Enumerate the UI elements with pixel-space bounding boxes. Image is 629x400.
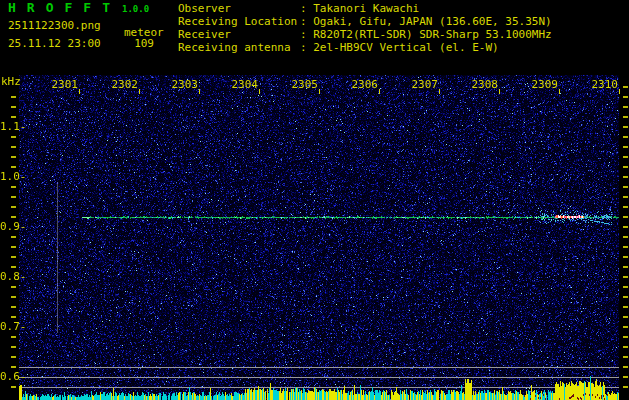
y-axis-right-tick: [623, 106, 628, 108]
x-axis-tick: [199, 89, 200, 94]
x-axis-tick: [319, 89, 320, 94]
y-axis-minor-tick: [11, 166, 16, 168]
observation-datetime: 25.11.12 23:00: [8, 37, 101, 50]
x-axis-tick-label: 2303: [154, 78, 198, 91]
y-axis-right-tick: [623, 336, 628, 338]
y-axis-right-tick: [623, 296, 628, 298]
y-axis-right-tick: [623, 226, 628, 228]
y-axis-right-tick: [623, 316, 628, 318]
y-axis-minor-tick: [11, 316, 16, 318]
y-axis-minor-tick: [11, 366, 16, 368]
y-axis-right-tick: [623, 216, 628, 218]
y-axis-right-tick: [623, 306, 628, 308]
y-axis-right-tick: [623, 246, 628, 248]
x-axis-tick-label: 2308: [454, 78, 498, 91]
y-axis-right-tick: [623, 286, 628, 288]
y-axis-right-tick: [623, 386, 628, 388]
y-axis-tick-label: 0.8-: [0, 270, 25, 283]
y-axis-tick-label: 0.9-: [0, 220, 25, 233]
y-axis-minor-tick: [11, 296, 16, 298]
y-axis-right-tick: [623, 356, 628, 358]
y-axis-minor-tick: [11, 306, 16, 308]
y-axis-minor-tick: [11, 186, 16, 188]
y-axis-tick-label: 1.0-: [0, 170, 25, 183]
y-axis-right-tick: [623, 176, 628, 178]
x-axis-tick: [379, 89, 380, 94]
y-axis-tick-label: 1.1-: [0, 120, 25, 133]
spectrogram-canvas: [19, 75, 619, 400]
y-axis-minor-tick: [11, 106, 16, 108]
y-axis-tick-label: 0.6-: [0, 370, 25, 383]
y-axis-right-tick: [623, 126, 628, 128]
x-axis-tick-label: 2309: [514, 78, 558, 91]
y-axis-minor-tick: [11, 286, 16, 288]
x-axis-tick: [619, 89, 620, 94]
header-field-label: Receiver: [178, 28, 300, 41]
x-axis-tick: [439, 89, 440, 94]
y-axis-minor-tick: [11, 96, 16, 98]
output-filename: 2511122300.png: [8, 19, 101, 32]
y-axis-right-tick: [623, 206, 628, 208]
y-axis-tick-label: 0.7-: [0, 320, 25, 333]
y-axis-minor-tick: [11, 356, 16, 358]
hrofft-screen: HROFFT 1.0.0 2511122300.png meteor 25.11…: [0, 0, 629, 400]
y-axis-minor-tick: [11, 246, 16, 248]
x-axis-tick: [79, 89, 80, 94]
y-axis-minor-tick: [11, 266, 16, 268]
header-field-value: : R820T2(RTL-SDR) SDR-Sharp 53.1000MHz: [300, 28, 552, 41]
app-version: 1.0.0: [122, 3, 149, 16]
y-axis-minor-tick: [11, 346, 16, 348]
y-axis-right-tick: [623, 146, 628, 148]
y-axis-right-tick: [623, 196, 628, 198]
x-axis-tick-label: 2306: [334, 78, 378, 91]
y-axis-minor-tick: [11, 116, 16, 118]
header-field-row: Receiving Location: Ogaki, Gifu, JAPAN (…: [178, 15, 552, 28]
x-axis-tick: [139, 89, 140, 94]
header-fields: Observer: Takanori KawachiReceiving Loca…: [178, 2, 552, 54]
header-field-row: Observer: Takanori Kawachi: [178, 2, 552, 15]
x-axis-tick-label: 2310: [574, 78, 618, 91]
y-axis-right-tick: [623, 136, 628, 138]
y-axis-right-tick: [623, 116, 628, 118]
x-axis-tick-label: 2301: [34, 78, 78, 91]
y-axis-minor-tick: [11, 336, 16, 338]
app-title: HROFFT: [8, 1, 121, 14]
y-axis-right-tick: [623, 256, 628, 258]
x-axis-tick-label: 2305: [274, 78, 318, 91]
header-field-value: : Ogaki, Gifu, JAPAN (136.60E, 35.35N): [300, 15, 552, 28]
y-axis-right-tick: [623, 326, 628, 328]
y-axis-right-tick: [623, 156, 628, 158]
y-axis-minor-tick: [11, 216, 16, 218]
y-axis-minor-tick: [11, 136, 16, 138]
y-axis-right-tick: [623, 86, 628, 88]
y-axis-minor-tick: [11, 196, 16, 198]
y-axis-right-tick: [623, 266, 628, 268]
x-axis-tick: [559, 89, 560, 94]
x-axis-tick: [499, 89, 500, 94]
y-axis-minor-tick: [11, 156, 16, 158]
header-field-value: : Takanori Kawachi: [300, 2, 419, 15]
header-field-label: Receiving Location: [178, 15, 300, 28]
x-axis-tick-label: 2302: [94, 78, 138, 91]
x-axis-tick-label: 2307: [394, 78, 438, 91]
y-axis-unit-label: kHz: [1, 75, 21, 88]
y-axis-minor-tick: [11, 236, 16, 238]
y-axis-right-tick: [623, 236, 628, 238]
y-axis-right-tick: [623, 186, 628, 188]
y-axis-right-tick: [623, 276, 628, 278]
y-axis-right-tick: [623, 96, 628, 98]
x-axis-tick-label: 2304: [214, 78, 258, 91]
header-field-row: Receiving antenna: 2el-HB9CV Vertical (e…: [178, 41, 552, 54]
echo-count: 109: [128, 37, 154, 50]
y-axis-right-tick: [623, 166, 628, 168]
y-axis-minor-tick: [11, 386, 16, 388]
header-field-row: Receiver: R820T2(RTL-SDR) SDR-Sharp 53.1…: [178, 28, 552, 41]
y-axis-right-tick: [623, 366, 628, 368]
y-axis-minor-tick: [11, 206, 16, 208]
y-axis-minor-tick: [11, 146, 16, 148]
header-field-label: Receiving antenna: [178, 41, 300, 54]
y-axis-right-tick: [623, 346, 628, 348]
y-axis-right-tick: [623, 376, 628, 378]
x-axis-tick: [259, 89, 260, 94]
y-axis-minor-tick: [11, 256, 16, 258]
